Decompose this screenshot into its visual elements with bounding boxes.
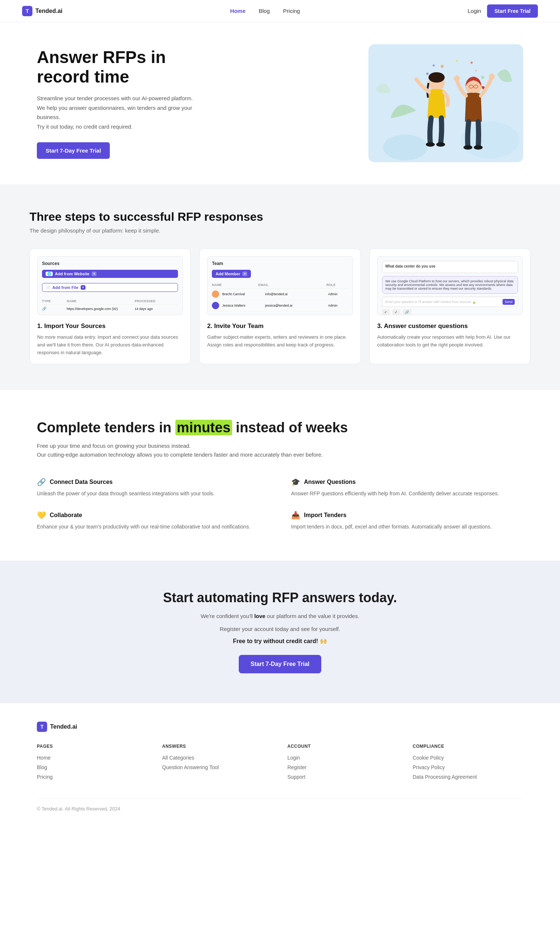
footer-col-account-title: ACCOUNT [288, 744, 398, 749]
login-button[interactable]: Login [468, 8, 481, 14]
step-3-title: 3. Answer customer questions [377, 322, 523, 330]
step-2-desc: Gather subject-matter experts, writers a… [207, 334, 352, 349]
cta-subtitle: We're confident you'll love our platform… [37, 612, 523, 621]
feature-item-3: 📥 Import Tenders Import tenders in docx,… [291, 511, 523, 531]
step-screenshot-1: Sources 🌐 Add from Website + 📄 Add from … [37, 256, 183, 315]
features-title-highlight: minutes [175, 420, 232, 435]
footer-bottom: © Tended.ai. All Rights Reserved, 2024 [37, 798, 523, 812]
mock-sources-label: Sources [42, 261, 178, 266]
nav-actions: Login Start Free Trial [468, 5, 538, 18]
features-title-end: instead of weeks [232, 420, 348, 435]
footer-link-cookie[interactable]: Cookie Policy [412, 755, 523, 761]
features-subtitle-line1: Free up your time and focus on growing y… [37, 442, 523, 450]
feature-desc-0: Unleash the power of your data through s… [37, 490, 269, 498]
footer-link-pricing[interactable]: Pricing [37, 774, 148, 780]
feature-icon-3: 📥 [291, 511, 300, 520]
footer-link-all-categories[interactable]: All Categories [162, 755, 272, 761]
features-title: Complete tenders in minutes instead of w… [37, 419, 523, 436]
footer-link-login[interactable]: Login [288, 755, 398, 761]
footer-link-home[interactable]: Home [37, 755, 148, 761]
feature-name-0: Connect Data Sources [50, 479, 113, 485]
svg-point-13 [436, 142, 445, 147]
navbar: T Tended.ai Home Blog Pricing Login Star… [0, 0, 560, 22]
footer-col-answers: ANSWERS All Categories Question Answerin… [162, 744, 272, 784]
footer-col-compliance: COMPLIANCE Cookie Policy Privacy Policy … [412, 744, 523, 784]
footer-copyright: © Tended.ai. All Rights Reserved, 2024 [37, 806, 120, 812]
footer-link-blog[interactable]: Blog [37, 764, 148, 770]
cta-title: Start automating RFP answers today. [37, 590, 523, 605]
mock-chat-input: Enter your question & I'll answer with c… [382, 297, 518, 307]
hero-subtitle-line3: Try it out today, no credit card require… [37, 122, 214, 132]
mock-add-file-btn: 📄 Add from File + [42, 283, 178, 292]
footer-link-dpa[interactable]: Data Processing Agreement [412, 774, 523, 780]
footer-logo: T Tended.ai [37, 722, 523, 732]
mock-add-member-btn: Add Member + [212, 270, 251, 278]
nav-links: Home Blog Pricing [230, 8, 300, 14]
mock-table-header: TYPE NAME PROCESSED [42, 298, 178, 305]
svg-point-18 [454, 75, 460, 82]
steps-section: Three steps to successful RFP responses … [0, 184, 560, 390]
nav-link-pricing[interactable]: Pricing [283, 8, 300, 14]
nav-link-home[interactable]: Home [230, 8, 246, 14]
mock-add-website-label: Add from Website [55, 272, 89, 276]
step-screenshot-2: Team Add Member + NAME EMAIL ROLE Brecht… [207, 256, 352, 315]
footer-link-qa-tool[interactable]: Question Answering Tool [162, 764, 272, 770]
footer-col-answers-title: ANSWERS [162, 744, 272, 749]
feature-header-1: 🎓 Answer Questions [291, 478, 523, 487]
cta-button[interactable]: Start 7-Day Free Trial [239, 655, 321, 673]
footer-col-account: ACCOUNT Login Register Support [288, 744, 398, 784]
step-1-title: 1. Import Your Sources [37, 322, 183, 330]
footer-link-support[interactable]: Support [288, 774, 398, 780]
logo-icon: T [22, 6, 32, 16]
cta-free-text: Free to try without credit card! 🙌 [37, 638, 523, 645]
footer-col-pages: PAGES Home Blog Pricing [37, 744, 148, 784]
hero-cta-button[interactable]: Start 7-Day Free Trial [37, 142, 110, 159]
hero-svg [368, 44, 523, 162]
cta-subtitle-2: Register your account today and see for … [37, 624, 523, 634]
feature-icon-2: 💛 [37, 511, 46, 520]
footer-col-compliance-title: COMPLIANCE [412, 744, 523, 749]
feature-header-3: 📥 Import Tenders [291, 511, 523, 520]
footer-logo-text: Tended.ai [50, 724, 77, 730]
mock-team-header: NAME EMAIL ROLE [212, 282, 348, 288]
mock-team-row-1: Brecht Carnival info@tended.ai Admin [212, 288, 348, 300]
features-grid: 🔗 Connect Data Sources Unleash the power… [37, 478, 523, 531]
mock-table-row: 🔗 https://developers.google.com (92) 14 … [42, 305, 178, 313]
hero-illustration [368, 44, 523, 162]
mock-chat-question: What data center do you use [382, 261, 518, 273]
footer-link-privacy[interactable]: Privacy Policy [412, 764, 523, 770]
hero-content: Answer RFPs in record time Streamline yo… [37, 48, 214, 159]
footer-link-register[interactable]: Register [288, 764, 398, 770]
features-section: Complete tenders in minutes instead of w… [0, 390, 560, 560]
hero-subtitle-line2: We help you answer questionnaires, win t… [37, 103, 214, 122]
feature-name-3: Import Tenders [304, 512, 346, 519]
feature-desc-2: Enhance your & your team's productivity … [37, 522, 269, 531]
steps-title: Three steps to successful RFP responses [29, 210, 531, 224]
step-1-desc: No more manual data entry. Import and co… [37, 334, 183, 356]
svg-point-7 [456, 60, 458, 62]
features-title-start: Complete tenders in [37, 420, 175, 435]
mock-add-file-label: Add from File [52, 285, 78, 290]
svg-point-3 [441, 65, 443, 68]
nav-link-blog[interactable]: Blog [258, 8, 270, 14]
start-free-trial-button[interactable]: Start Free Trial [487, 5, 538, 18]
step-card-3: What data center do you use We use Googl… [369, 248, 531, 364]
step-screenshot-3: What data center do you use We use Googl… [377, 256, 523, 315]
svg-point-19 [489, 74, 495, 80]
feature-header-0: 🔗 Connect Data Sources [37, 478, 269, 487]
step-2-title: 2. Invite Your Team [207, 322, 352, 330]
features-subtitle-line2: Our cutting-edge automation technology a… [37, 450, 523, 459]
step-card-2: Team Add Member + NAME EMAIL ROLE Brecht… [199, 248, 360, 364]
feature-name-1: Answer Questions [304, 479, 355, 485]
svg-point-11 [428, 72, 445, 83]
hero-section: Answer RFPs in record time Streamline yo… [0, 22, 560, 184]
footer-logo-icon: T [37, 722, 47, 732]
mock-add-member-label: Add Member [215, 272, 240, 276]
footer-col-pages-title: PAGES [37, 744, 148, 749]
logo[interactable]: T Tended.ai [22, 6, 63, 16]
feature-name-2: Collaborate [50, 512, 82, 519]
feature-desc-1: Answer RFP questions efficiently with he… [291, 490, 523, 498]
step-card-1: Sources 🌐 Add from Website + 📄 Add from … [29, 248, 191, 364]
feature-desc-3: Import tenders in docx, pdf, excel and o… [291, 522, 523, 531]
feature-header-2: 💛 Collaborate [37, 511, 269, 520]
